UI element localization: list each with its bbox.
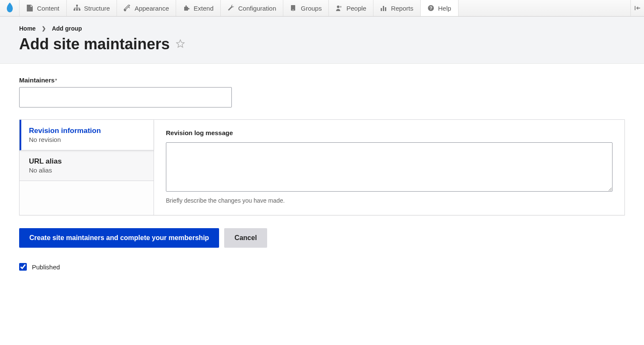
toolbar-item-reports[interactable]: Reports — [373, 0, 421, 16]
svg-rect-3 — [79, 9, 80, 11]
groups-icon — [290, 5, 297, 11]
content-icon — [26, 5, 33, 11]
main-content: Maintainers* Revision information No rev… — [0, 64, 644, 283]
toolbar-item-extend[interactable]: Extend — [176, 0, 221, 16]
toolbar-label: Structure — [84, 5, 110, 12]
svg-point-8 — [340, 6, 342, 8]
breadcrumb-link-home[interactable]: Home — [19, 25, 36, 32]
toolbar-label: People — [346, 5, 366, 12]
svg-point-7 — [337, 6, 339, 8]
page-title: Add site maintainers — [19, 35, 170, 53]
people-icon — [336, 5, 342, 11]
vertical-tabs-panel: Revision information No revision URL ali… — [19, 119, 625, 215]
drupal-logo[interactable] — [0, 0, 20, 16]
svg-rect-2 — [76, 9, 78, 11]
maintainers-label: Maintainers* — [19, 76, 625, 84]
published-checkbox-row: Published — [19, 263, 625, 271]
toolbar-item-help[interactable]: ? Help — [421, 0, 459, 16]
appearance-icon — [124, 5, 131, 11]
maintainers-input[interactable] — [19, 87, 232, 107]
svg-rect-1 — [74, 9, 75, 11]
vtab-url-alias[interactable]: URL alias No alias — [20, 150, 154, 181]
toolbar-item-content[interactable]: Content — [20, 0, 67, 16]
required-marker: * — [55, 77, 57, 84]
help-icon: ? — [427, 5, 434, 11]
vtabs-content: Revision log message Briefly describe th… — [154, 120, 624, 215]
configuration-icon — [228, 5, 234, 11]
revision-log-description: Briefly describe the changes you have ma… — [166, 197, 613, 204]
extend-icon — [183, 5, 190, 11]
toolbar-label: Help — [438, 5, 451, 12]
vtab-title: URL alias — [29, 157, 144, 166]
svg-rect-11 — [385, 7, 386, 11]
published-checkbox[interactable] — [19, 263, 27, 271]
vtab-revision-information[interactable]: Revision information No revision — [20, 120, 154, 150]
toolbar-item-groups[interactable]: Groups — [283, 0, 329, 16]
toolbar-label: Extend — [194, 5, 214, 12]
page-header: Home ❯ Add group Add site maintainers — [0, 17, 644, 64]
toolbar-label: Reports — [391, 5, 413, 12]
toolbar-label: Configuration — [238, 5, 276, 12]
vtab-summary: No revision — [29, 136, 144, 143]
toolbar-label: Content — [37, 5, 60, 12]
submit-button[interactable]: Create site maintainers and complete you… — [19, 228, 219, 248]
toolbar-item-appearance[interactable]: Appearance — [117, 0, 176, 16]
maintainers-field-wrapper: Maintainers* — [19, 76, 625, 107]
svg-rect-6 — [292, 9, 294, 11]
vtab-title: Revision information — [29, 127, 144, 135]
reports-icon — [380, 5, 387, 11]
toolbar-item-configuration[interactable]: Configuration — [221, 0, 283, 16]
toolbar-item-structure[interactable]: Structure — [67, 0, 117, 16]
form-actions: Create site maintainers and complete you… — [19, 228, 625, 248]
cancel-button[interactable]: Cancel — [224, 228, 267, 248]
toolbar-item-people[interactable]: People — [329, 0, 373, 16]
toolbar-collapse-button[interactable] — [630, 0, 644, 16]
vtab-summary: No alias — [29, 167, 144, 174]
breadcrumb: Home ❯ Add group — [19, 25, 625, 32]
svg-text:?: ? — [429, 6, 432, 11]
toolbar-label: Groups — [301, 5, 322, 12]
revision-log-label: Revision log message — [166, 129, 613, 136]
favorite-star-icon[interactable] — [176, 39, 185, 50]
revision-log-textarea[interactable] — [166, 142, 613, 192]
svg-rect-10 — [383, 6, 384, 11]
admin-toolbar: Content Structure Appearance Extend Conf… — [0, 0, 644, 17]
breadcrumb-link-add-group[interactable]: Add group — [52, 25, 82, 32]
structure-icon — [74, 5, 80, 11]
chevron-right-icon: ❯ — [42, 25, 46, 31]
svg-rect-0 — [76, 5, 78, 6]
vtabs-menu: Revision information No revision URL ali… — [20, 120, 154, 215]
toolbar-label: Appearance — [134, 5, 169, 12]
svg-point-4 — [124, 9, 126, 11]
published-label[interactable]: Published — [32, 263, 60, 271]
svg-rect-9 — [381, 8, 382, 11]
